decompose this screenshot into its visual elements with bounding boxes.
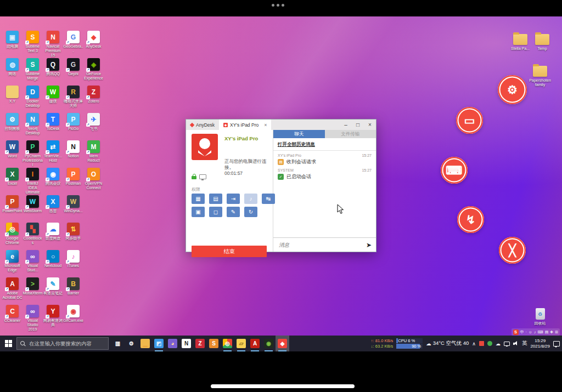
- tab-close-icon[interactable]: ×: [264, 122, 267, 128]
- desktop-shortcut[interactable]: S Sublime Text 3: [23, 31, 43, 58]
- permission-toggle-button[interactable]: ▤: [209, 194, 222, 204]
- taskbar-app-button[interactable]: S: [207, 336, 221, 351]
- desktop-shortcut[interactable]: ⇅ 同步助手: [63, 223, 83, 250]
- permission-toggle-button[interactable]: ♪: [244, 194, 257, 204]
- taskbar-search[interactable]: [16, 337, 109, 350]
- floating-control-button[interactable]: ⌨: [441, 157, 468, 184]
- desktop-shortcut[interactable]: ◆ AnyDesk: [83, 31, 104, 58]
- desktop-shortcut[interactable]: P PyCharm Professional: [23, 140, 43, 168]
- sogou-tool-icon[interactable]: 中: [520, 330, 524, 334]
- taskbar-app-button[interactable]: A: [248, 336, 262, 351]
- desktop-shortcut[interactable]: N Neo4j Desktop: [23, 113, 43, 140]
- desktop-shortcut[interactable]: G GeoGebra...: [63, 31, 83, 58]
- desktop-shortcut[interactable]: ◉ 腾讯会议: [43, 168, 63, 195]
- desktop-shortcut[interactable]: W WebStorm: [23, 195, 43, 223]
- desktop-shortcut[interactable]: ♪ iTunes: [63, 250, 83, 277]
- sogou-tool-icon[interactable]: ✚: [550, 330, 553, 334]
- permission-toggle-button[interactable]: ↻: [244, 207, 257, 217]
- open-history-link[interactable]: 打开全部历史消息: [273, 138, 376, 151]
- desktop-shortcut[interactable]: N Navicat Premium 15: [43, 31, 63, 58]
- desktop-shortcut[interactable]: ✈ 飞书: [83, 113, 104, 140]
- taskbar-app-button[interactable]: ◩: [152, 336, 166, 351]
- cloud-tray-icon[interactable]: ☁: [496, 341, 501, 346]
- taskbar-app-button[interactable]: ▁: [138, 336, 152, 351]
- taskbar-app-button[interactable]: N: [179, 336, 193, 351]
- desktop-shortcut[interactable]: N Notion: [63, 140, 83, 168]
- display-tray-icon[interactable]: [504, 342, 510, 346]
- desktop-shortcut[interactable]: ▚ CodeBlocks: [23, 223, 43, 250]
- desktop-item[interactable]: ♻ 回收站: [526, 308, 554, 326]
- desktop-shortcut[interactable]: T ToDesk: [43, 113, 63, 140]
- desktop-shortcut[interactable]: S Sublime Merge: [23, 58, 43, 86]
- desktop-shortcut[interactable]: M Mem Reduct: [83, 140, 104, 168]
- desktop-item[interactable]: Papershoten family: [526, 66, 554, 87]
- taskbar-app-button[interactable]: ▱: [234, 336, 248, 351]
- desktop-shortcut[interactable]: P PowerPoint: [2, 195, 23, 223]
- multitask-dots-indicator[interactable]: [0, 4, 559, 7]
- taskbar-app-button[interactable]: ◉: [262, 336, 276, 351]
- tab-session[interactable]: ◆ XY's iPad Pro ×: [219, 120, 271, 130]
- desktop-shortcut[interactable]: A Adobe Acrobat DC: [2, 277, 23, 305]
- send-message-icon[interactable]: ➤: [366, 241, 372, 249]
- tab-anydesk-home[interactable]: AnyDesk: [186, 120, 219, 130]
- taskbar-app-button[interactable]: ◕: [166, 336, 179, 351]
- anydesk-tray-icon[interactable]: [479, 341, 484, 346]
- desktop-shortcut[interactable]: R 嗨格式录屏大师: [63, 86, 83, 113]
- green-status-tray-icon[interactable]: [487, 341, 492, 346]
- desktop-shortcut[interactable]: ∞ Visual Studio 2019: [23, 305, 43, 332]
- sogou-tool-icon[interactable]: ♪: [534, 330, 536, 334]
- desktop-shortcut[interactable]: X 迅雷: [43, 195, 63, 223]
- tab-chat[interactable]: 聊天: [273, 130, 325, 138]
- network-speed-monitor[interactable]: ↑: 81.0 KB/s ↓: 63.2 KB/s: [371, 338, 393, 349]
- permission-toggle-button[interactable]: ✎: [227, 207, 240, 217]
- desktop-shortcut[interactable]: X.Y: [2, 86, 23, 113]
- desktop-shortcut[interactable]: Q 腾讯QQ: [43, 58, 63, 86]
- sogou-tool-icon[interactable]: ⌨: [538, 330, 543, 334]
- desktop-shortcut[interactable]: W WinDyna...: [63, 195, 83, 223]
- desktop-shortcut[interactable]: D Docker Desktop: [23, 86, 43, 113]
- start-button[interactable]: [0, 336, 16, 351]
- desktop-shortcut[interactable]: P PicGo: [63, 113, 83, 140]
- sogou-tool-icon[interactable]: ▤: [545, 330, 549, 334]
- cpu-memory-monitor[interactable]: CPU 6 % 90 %: [396, 338, 423, 349]
- desktop-shortcut[interactable]: ⚙ 控制面板: [2, 113, 23, 140]
- desktop-shortcut[interactable]: W 微信: [43, 86, 63, 113]
- desktop-shortcut[interactable]: O OpenVPN Connect: [83, 168, 104, 195]
- desktop-shortcut[interactable]: ◎ Google Chrome: [2, 223, 23, 250]
- hidden-icons-chevron[interactable]: ∧: [472, 341, 476, 346]
- desktop-shortcut[interactable]: G Gephi: [63, 58, 83, 86]
- search-input[interactable]: [28, 340, 99, 347]
- taskbar-app-button[interactable]: Z: [193, 336, 207, 351]
- desktop-shortcut[interactable]: W Word: [2, 140, 23, 168]
- desktop-shortcut[interactable]: > MobaXterm: [23, 277, 43, 305]
- floating-control-button[interactable]: ⚙: [498, 75, 527, 104]
- desktop-shortcut[interactable]: ⇄ TeamVie... Host: [43, 140, 63, 168]
- permission-toggle-button[interactable]: ⇥: [227, 194, 240, 204]
- desktop-shortcut[interactable]: ☁ 百度网盘: [43, 223, 63, 250]
- desktop-shortcut[interactable]: Z Zotero: [83, 86, 104, 113]
- taskbar-clock[interactable]: 15:29 2021/8/29: [530, 338, 550, 349]
- taskbar-app-button[interactable]: ▥: [111, 336, 125, 351]
- chat-message-input[interactable]: [278, 241, 363, 248]
- floating-control-button[interactable]: ╳: [499, 237, 526, 264]
- permission-toggle-button[interactable]: ▣: [192, 207, 205, 217]
- desktop-shortcut[interactable]: B Barrier: [63, 277, 83, 305]
- desktop-item[interactable]: Temp: [528, 34, 557, 51]
- ime-indicator[interactable]: 英: [522, 340, 527, 347]
- sogou-tool-icon[interactable]: ☺: [529, 330, 532, 334]
- desktop-shortcut[interactable]: ∞ Visual Stud...: [23, 250, 43, 277]
- floating-control-button[interactable]: ↯: [457, 206, 484, 233]
- desktop-shortcut[interactable]: ▣ 此电脑: [2, 31, 23, 58]
- desktop-shortcut[interactable]: ◈ GeForce Experience: [83, 58, 104, 86]
- desktop-shortcut[interactable]: I IntelliJ IDEA Ultimate: [23, 168, 43, 195]
- permission-toggle-button[interactable]: ▦: [192, 194, 205, 204]
- permission-toggle-button[interactable]: ◻: [209, 207, 222, 217]
- desktop-shortcut[interactable]: ✎ 有道云笔记: [43, 277, 63, 305]
- maximize-button[interactable]: □: [352, 122, 364, 128]
- close-button[interactable]: ×: [364, 122, 376, 128]
- sogou-logo-icon[interactable]: S: [513, 329, 519, 335]
- sogou-tool-icon[interactable]: ·: [526, 330, 527, 334]
- end-session-button[interactable]: 结束: [192, 246, 267, 257]
- desktop-shortcut[interactable]: Y 网易有道词典: [43, 305, 63, 332]
- minimize-button[interactable]: –: [340, 122, 352, 128]
